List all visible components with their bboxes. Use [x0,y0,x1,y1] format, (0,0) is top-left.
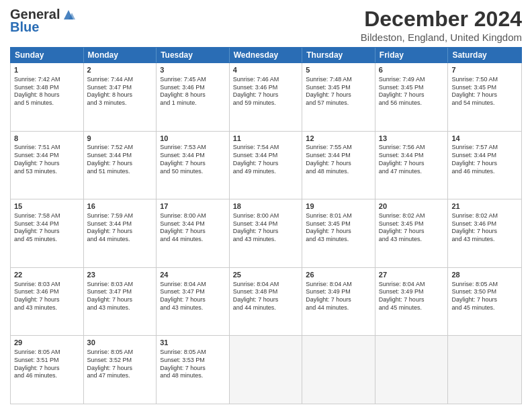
calendar-cell: 12Sunrise: 7:55 AMSunset: 3:44 PMDayligh… [302,132,375,199]
calendar-cell: 9Sunrise: 7:52 AMSunset: 3:44 PMDaylight… [84,132,157,199]
cell-line: and 5 minutes. [14,99,80,107]
calendar-cell: 6Sunrise: 7:49 AMSunset: 3:45 PMDaylight… [375,63,449,131]
cell-line: Sunset: 3:49 PM [379,288,445,296]
cell-line: Sunrise: 7:46 AM [233,76,299,84]
cell-line: Daylight: 7 hours [14,296,80,304]
cell-line: Sunset: 3:45 PM [451,84,518,92]
cell-line: Sunset: 3:50 PM [451,288,518,296]
title-section: December 2024 Bildeston, England, United… [361,7,522,43]
day-number: 23 [87,270,153,280]
calendar-cell: 21Sunrise: 8:02 AMSunset: 3:46 PMDayligh… [448,199,521,267]
day-number: 6 [379,65,445,75]
cell-line: Sunrise: 7:51 AM [14,144,80,152]
cell-line: Daylight: 7 hours [379,160,445,168]
cell-line: and 43 minutes. [87,304,153,312]
cell-line: Sunrise: 8:02 AM [451,212,518,220]
cell-line: Sunset: 3:44 PM [306,152,371,160]
calendar: SundayMondayTuesdayWednesdayThursdayFrid… [10,47,522,404]
cell-line: Daylight: 7 hours [87,296,153,304]
calendar-cell [302,336,375,404]
cell-line: Sunset: 3:46 PM [14,288,80,296]
cell-line: Sunrise: 7:55 AM [306,144,371,152]
cell-line: Sunrise: 7:54 AM [233,144,299,152]
cell-line: Sunrise: 7:58 AM [14,212,80,220]
subtitle: Bildeston, England, United Kingdom [361,32,522,43]
cell-line: Daylight: 7 hours [451,296,518,304]
cell-line: and 48 minutes. [306,168,371,176]
calendar-cell: 4Sunrise: 7:46 AMSunset: 3:46 PMDaylight… [230,63,303,131]
cell-line: Daylight: 7 hours [160,296,226,304]
cell-line: Daylight: 7 hours [451,160,518,168]
day-number: 13 [379,134,445,144]
calendar-cell: 17Sunrise: 8:00 AMSunset: 3:44 PMDayligh… [157,199,230,267]
cell-line: Sunrise: 8:05 AM [160,349,226,357]
cell-line: and 43 minutes. [379,236,445,244]
cell-line: and 56 minutes. [379,99,445,107]
day-number: 22 [14,270,80,280]
day-number: 5 [306,65,371,75]
cell-line: Sunrise: 7:45 AM [160,76,226,84]
cell-line: and 43 minutes. [306,236,371,244]
calendar-cell: 24Sunrise: 8:04 AMSunset: 3:47 PMDayligh… [157,268,230,336]
logo-icon [61,7,76,22]
calendar-week: 29Sunrise: 8:05 AMSunset: 3:51 PMDayligh… [11,336,521,404]
calendar-week: 8Sunrise: 7:51 AMSunset: 3:44 PMDaylight… [11,132,521,200]
cell-line: Sunset: 3:53 PM [160,357,226,365]
cell-line: and 46 minutes. [451,168,518,176]
cell-line: and 3 minutes. [87,99,153,107]
cell-line: Daylight: 7 hours [379,296,445,304]
cell-line: and 45 minutes. [451,304,518,312]
day-number: 7 [451,65,518,75]
cell-line: Sunrise: 8:00 AM [160,212,226,220]
cell-line: Daylight: 7 hours [14,365,80,373]
cell-line: Sunrise: 7:50 AM [451,76,518,84]
cell-line: Sunset: 3:44 PM [14,152,80,160]
cell-line: Sunset: 3:46 PM [451,220,518,228]
cell-line: Sunrise: 7:52 AM [87,144,153,152]
cell-line: Sunrise: 7:53 AM [160,144,226,152]
day-number: 28 [451,270,518,280]
cell-line: and 43 minutes. [14,304,80,312]
cell-line: Daylight: 7 hours [306,228,371,236]
calendar-day-header: Friday [375,48,449,62]
cell-line: and 49 minutes. [233,168,299,176]
calendar-cell: 22Sunrise: 8:03 AMSunset: 3:46 PMDayligh… [11,268,84,336]
calendar-week: 15Sunrise: 7:58 AMSunset: 3:44 PMDayligh… [11,199,521,268]
cell-line: Sunrise: 7:49 AM [379,76,445,84]
cell-line: Sunrise: 8:05 AM [14,349,80,357]
calendar-cell: 31Sunrise: 8:05 AMSunset: 3:53 PMDayligh… [157,336,230,404]
calendar-cell: 18Sunrise: 8:00 AMSunset: 3:44 PMDayligh… [230,199,303,267]
cell-line: Sunset: 3:47 PM [87,288,153,296]
cell-line: Daylight: 7 hours [306,91,371,99]
cell-line: and 47 minutes. [87,372,153,380]
cell-line: Sunset: 3:51 PM [14,357,80,365]
cell-line: Sunrise: 8:01 AM [306,212,371,220]
cell-line: Daylight: 7 hours [233,160,299,168]
logo: General Blue [10,7,76,35]
cell-line: Sunset: 3:44 PM [87,220,153,228]
cell-line: Sunrise: 8:00 AM [233,212,299,220]
cell-line: Daylight: 7 hours [379,91,445,99]
cell-line: Sunrise: 8:02 AM [379,212,445,220]
cell-line: and 43 minutes. [233,236,299,244]
header: General Blue December 2024 Bildeston, En… [10,7,522,43]
calendar-day-header: Monday [84,48,157,62]
cell-line: and 53 minutes. [14,168,80,176]
cell-line: and 57 minutes. [306,99,371,107]
calendar-cell: 29Sunrise: 8:05 AMSunset: 3:51 PMDayligh… [11,336,84,404]
cell-line: Daylight: 7 hours [160,228,226,236]
cell-line: and 50 minutes. [160,168,226,176]
cell-line: Sunset: 3:44 PM [233,152,299,160]
cell-line: Sunset: 3:48 PM [233,288,299,296]
cell-line: Daylight: 7 hours [233,296,299,304]
cell-line: Sunset: 3:48 PM [14,84,80,92]
cell-line: and 48 minutes. [160,372,226,380]
cell-line: Sunset: 3:44 PM [14,220,80,228]
day-number: 1 [14,65,80,75]
calendar-cell: 8Sunrise: 7:51 AMSunset: 3:44 PMDaylight… [11,132,84,199]
day-number: 27 [379,270,445,280]
calendar-cell: 5Sunrise: 7:48 AMSunset: 3:45 PMDaylight… [302,63,375,131]
calendar-day-header: Sunday [11,48,84,62]
cell-line: and 44 minutes. [233,304,299,312]
cell-line: Daylight: 7 hours [306,296,371,304]
